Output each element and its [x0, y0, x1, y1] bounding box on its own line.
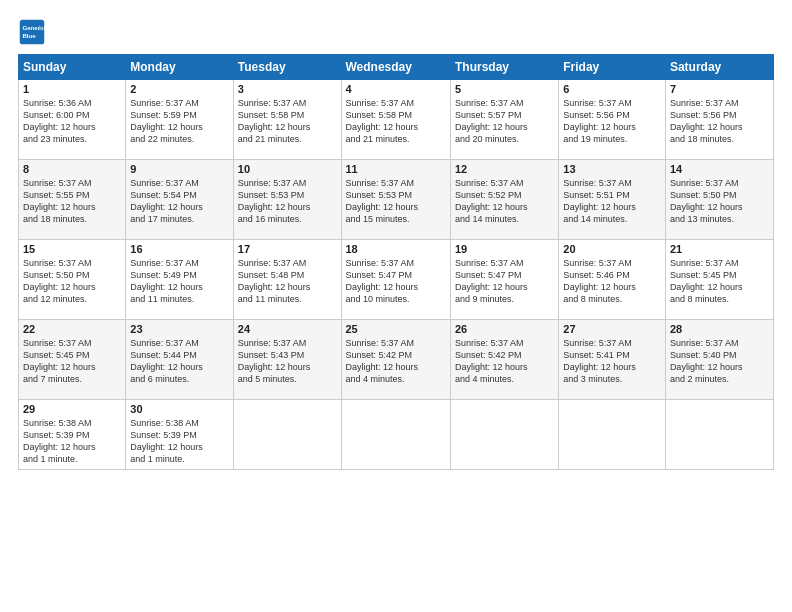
- day-number: 22: [23, 323, 121, 335]
- day-number: 8: [23, 163, 121, 175]
- calendar-cell: 10Sunrise: 5:37 AMSunset: 5:53 PMDayligh…: [233, 160, 341, 240]
- day-number: 11: [346, 163, 446, 175]
- calendar-cell: 29Sunrise: 5:38 AMSunset: 5:39 PMDayligh…: [19, 400, 126, 470]
- day-info: Sunrise: 5:37 AMSunset: 5:56 PMDaylight:…: [563, 97, 661, 146]
- calendar-cell: 16Sunrise: 5:37 AMSunset: 5:49 PMDayligh…: [126, 240, 233, 320]
- calendar-cell: 12Sunrise: 5:37 AMSunset: 5:52 PMDayligh…: [450, 160, 558, 240]
- calendar-cell: 3Sunrise: 5:37 AMSunset: 5:58 PMDaylight…: [233, 80, 341, 160]
- day-number: 23: [130, 323, 228, 335]
- logo-icon: General Blue: [18, 18, 46, 46]
- weekday-header: Tuesday: [233, 55, 341, 80]
- calendar-cell: [233, 400, 341, 470]
- calendar-cell: [450, 400, 558, 470]
- day-number: 27: [563, 323, 661, 335]
- day-info: Sunrise: 5:37 AMSunset: 5:56 PMDaylight:…: [670, 97, 769, 146]
- calendar-week-row: 22Sunrise: 5:37 AMSunset: 5:45 PMDayligh…: [19, 320, 774, 400]
- day-info: Sunrise: 5:37 AMSunset: 5:47 PMDaylight:…: [455, 257, 554, 306]
- calendar-week-row: 15Sunrise: 5:37 AMSunset: 5:50 PMDayligh…: [19, 240, 774, 320]
- day-info: Sunrise: 5:37 AMSunset: 5:49 PMDaylight:…: [130, 257, 228, 306]
- calendar-week-row: 8Sunrise: 5:37 AMSunset: 5:55 PMDaylight…: [19, 160, 774, 240]
- day-info: Sunrise: 5:38 AMSunset: 5:39 PMDaylight:…: [130, 417, 228, 466]
- day-info: Sunrise: 5:37 AMSunset: 5:53 PMDaylight:…: [238, 177, 337, 226]
- day-info: Sunrise: 5:37 AMSunset: 5:47 PMDaylight:…: [346, 257, 446, 306]
- day-info: Sunrise: 5:37 AMSunset: 5:45 PMDaylight:…: [670, 257, 769, 306]
- day-info: Sunrise: 5:37 AMSunset: 5:59 PMDaylight:…: [130, 97, 228, 146]
- day-info: Sunrise: 5:37 AMSunset: 5:44 PMDaylight:…: [130, 337, 228, 386]
- day-info: Sunrise: 5:37 AMSunset: 5:58 PMDaylight:…: [238, 97, 337, 146]
- day-number: 5: [455, 83, 554, 95]
- day-info: Sunrise: 5:37 AMSunset: 5:55 PMDaylight:…: [23, 177, 121, 226]
- calendar-cell: 8Sunrise: 5:37 AMSunset: 5:55 PMDaylight…: [19, 160, 126, 240]
- day-info: Sunrise: 5:37 AMSunset: 5:43 PMDaylight:…: [238, 337, 337, 386]
- day-number: 16: [130, 243, 228, 255]
- calendar-cell: 23Sunrise: 5:37 AMSunset: 5:44 PMDayligh…: [126, 320, 233, 400]
- day-number: 30: [130, 403, 228, 415]
- calendar-cell: [341, 400, 450, 470]
- calendar: SundayMondayTuesdayWednesdayThursdayFrid…: [18, 54, 774, 470]
- day-number: 9: [130, 163, 228, 175]
- day-info: Sunrise: 5:37 AMSunset: 5:54 PMDaylight:…: [130, 177, 228, 226]
- calendar-cell: 25Sunrise: 5:37 AMSunset: 5:42 PMDayligh…: [341, 320, 450, 400]
- calendar-cell: 2Sunrise: 5:37 AMSunset: 5:59 PMDaylight…: [126, 80, 233, 160]
- calendar-cell: 27Sunrise: 5:37 AMSunset: 5:41 PMDayligh…: [559, 320, 666, 400]
- weekday-header: Wednesday: [341, 55, 450, 80]
- day-number: 13: [563, 163, 661, 175]
- weekday-header: Saturday: [665, 55, 773, 80]
- day-info: Sunrise: 5:37 AMSunset: 5:48 PMDaylight:…: [238, 257, 337, 306]
- day-number: 15: [23, 243, 121, 255]
- day-number: 10: [238, 163, 337, 175]
- calendar-cell: 21Sunrise: 5:37 AMSunset: 5:45 PMDayligh…: [665, 240, 773, 320]
- calendar-cell: 22Sunrise: 5:37 AMSunset: 5:45 PMDayligh…: [19, 320, 126, 400]
- day-info: Sunrise: 5:37 AMSunset: 5:57 PMDaylight:…: [455, 97, 554, 146]
- calendar-cell: 13Sunrise: 5:37 AMSunset: 5:51 PMDayligh…: [559, 160, 666, 240]
- day-info: Sunrise: 5:37 AMSunset: 5:45 PMDaylight:…: [23, 337, 121, 386]
- weekday-header: Monday: [126, 55, 233, 80]
- day-info: Sunrise: 5:37 AMSunset: 5:40 PMDaylight:…: [670, 337, 769, 386]
- header: General Blue: [18, 18, 774, 46]
- calendar-week-row: 29Sunrise: 5:38 AMSunset: 5:39 PMDayligh…: [19, 400, 774, 470]
- day-info: Sunrise: 5:37 AMSunset: 5:51 PMDaylight:…: [563, 177, 661, 226]
- day-number: 4: [346, 83, 446, 95]
- day-info: Sunrise: 5:37 AMSunset: 5:58 PMDaylight:…: [346, 97, 446, 146]
- calendar-cell: [665, 400, 773, 470]
- day-number: 18: [346, 243, 446, 255]
- calendar-cell: 7Sunrise: 5:37 AMSunset: 5:56 PMDaylight…: [665, 80, 773, 160]
- calendar-cell: 1Sunrise: 5:36 AMSunset: 6:00 PMDaylight…: [19, 80, 126, 160]
- calendar-cell: 4Sunrise: 5:37 AMSunset: 5:58 PMDaylight…: [341, 80, 450, 160]
- calendar-week-row: 1Sunrise: 5:36 AMSunset: 6:00 PMDaylight…: [19, 80, 774, 160]
- day-info: Sunrise: 5:37 AMSunset: 5:46 PMDaylight:…: [563, 257, 661, 306]
- weekday-header: Sunday: [19, 55, 126, 80]
- weekday-header-row: SundayMondayTuesdayWednesdayThursdayFrid…: [19, 55, 774, 80]
- calendar-cell: 28Sunrise: 5:37 AMSunset: 5:40 PMDayligh…: [665, 320, 773, 400]
- day-info: Sunrise: 5:37 AMSunset: 5:42 PMDaylight:…: [346, 337, 446, 386]
- calendar-cell: 20Sunrise: 5:37 AMSunset: 5:46 PMDayligh…: [559, 240, 666, 320]
- day-number: 7: [670, 83, 769, 95]
- weekday-header: Friday: [559, 55, 666, 80]
- day-info: Sunrise: 5:37 AMSunset: 5:50 PMDaylight:…: [23, 257, 121, 306]
- calendar-cell: 14Sunrise: 5:37 AMSunset: 5:50 PMDayligh…: [665, 160, 773, 240]
- logo: General Blue: [18, 18, 50, 46]
- day-info: Sunrise: 5:37 AMSunset: 5:53 PMDaylight:…: [346, 177, 446, 226]
- day-number: 6: [563, 83, 661, 95]
- day-number: 17: [238, 243, 337, 255]
- calendar-cell: 24Sunrise: 5:37 AMSunset: 5:43 PMDayligh…: [233, 320, 341, 400]
- day-info: Sunrise: 5:36 AMSunset: 6:00 PMDaylight:…: [23, 97, 121, 146]
- weekday-header: Thursday: [450, 55, 558, 80]
- day-number: 26: [455, 323, 554, 335]
- day-info: Sunrise: 5:38 AMSunset: 5:39 PMDaylight:…: [23, 417, 121, 466]
- day-number: 19: [455, 243, 554, 255]
- calendar-cell: 9Sunrise: 5:37 AMSunset: 5:54 PMDaylight…: [126, 160, 233, 240]
- day-number: 21: [670, 243, 769, 255]
- calendar-cell: [559, 400, 666, 470]
- day-info: Sunrise: 5:37 AMSunset: 5:50 PMDaylight:…: [670, 177, 769, 226]
- calendar-cell: 15Sunrise: 5:37 AMSunset: 5:50 PMDayligh…: [19, 240, 126, 320]
- calendar-cell: 5Sunrise: 5:37 AMSunset: 5:57 PMDaylight…: [450, 80, 558, 160]
- day-number: 3: [238, 83, 337, 95]
- day-info: Sunrise: 5:37 AMSunset: 5:42 PMDaylight:…: [455, 337, 554, 386]
- calendar-cell: 30Sunrise: 5:38 AMSunset: 5:39 PMDayligh…: [126, 400, 233, 470]
- calendar-cell: 26Sunrise: 5:37 AMSunset: 5:42 PMDayligh…: [450, 320, 558, 400]
- day-number: 1: [23, 83, 121, 95]
- day-info: Sunrise: 5:37 AMSunset: 5:41 PMDaylight:…: [563, 337, 661, 386]
- day-number: 12: [455, 163, 554, 175]
- svg-text:Blue: Blue: [22, 32, 36, 39]
